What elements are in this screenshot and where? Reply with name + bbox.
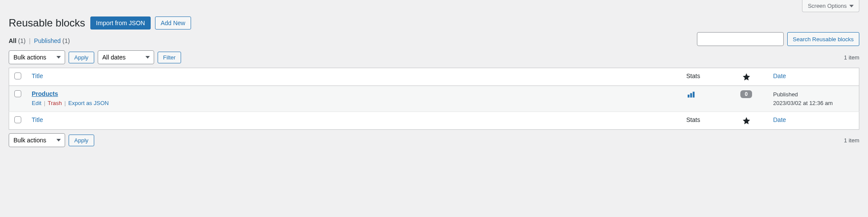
add-new-button[interactable]: Add New — [155, 16, 191, 30]
select-all-top[interactable] — [14, 72, 21, 79]
row-date-value: 2023/03/02 at 12:36 am — [773, 99, 854, 108]
col-title-header[interactable]: Title — [26, 68, 681, 86]
apply-button-bottom[interactable]: Apply — [69, 135, 94, 146]
row-action-trash[interactable]: Trash — [48, 100, 62, 106]
select-all-bottom[interactable] — [14, 116, 21, 123]
col-date-footer[interactable]: Date — [768, 112, 859, 130]
star-icon — [742, 116, 751, 125]
table-row: Products Edit | Trash | Export as JSON — [9, 86, 859, 112]
svg-rect-0 — [687, 95, 689, 98]
search-input[interactable] — [697, 32, 784, 46]
stats-link[interactable] — [686, 94, 696, 100]
screen-options-toggle[interactable]: Screen Options — [802, 0, 859, 12]
col-stats-header: Stats — [681, 68, 725, 86]
apply-button-top[interactable]: Apply — [69, 52, 94, 63]
filter-all-count: (1) — [18, 37, 26, 44]
col-star-header — [725, 68, 768, 86]
filter-button[interactable]: Filter — [158, 52, 182, 63]
row-title-link[interactable]: Products — [32, 90, 58, 97]
col-date-header[interactable]: Date — [768, 68, 859, 86]
filter-published-link[interactable]: Published (1) — [34, 37, 70, 44]
bulk-actions-select-bottom[interactable]: Bulk actions — [9, 133, 65, 147]
bulk-actions-select-top[interactable]: Bulk actions — [9, 50, 65, 64]
screen-options-label: Screen Options — [808, 3, 847, 9]
item-count-top: 1 item — [844, 54, 859, 61]
item-count-bottom: 1 item — [844, 137, 859, 144]
row-checkbox[interactable] — [14, 90, 21, 97]
star-icon — [742, 72, 751, 81]
row-date-status: Published — [773, 90, 854, 99]
row-action-export[interactable]: Export as JSON — [68, 100, 109, 106]
all-dates-select[interactable]: All dates — [98, 50, 154, 64]
page-title: Reusable blocks — [9, 17, 85, 29]
blocks-table: Title Stats Date Products Edit | Trash | — [9, 68, 859, 130]
svg-rect-1 — [690, 93, 692, 98]
row-action-edit[interactable]: Edit — [32, 100, 41, 106]
col-stats-footer: Stats — [681, 112, 725, 130]
col-title-footer[interactable]: Title — [26, 112, 681, 130]
filter-all-label[interactable]: All — [9, 37, 17, 44]
svg-rect-2 — [693, 92, 694, 97]
star-count-badge: 0 — [740, 90, 752, 98]
chevron-down-icon — [849, 5, 854, 7]
col-star-footer — [725, 112, 768, 130]
import-json-button[interactable]: Import from JSON — [90, 16, 151, 30]
bars-icon — [686, 90, 696, 99]
search-button[interactable]: Search Reusable blocks — [787, 32, 859, 46]
